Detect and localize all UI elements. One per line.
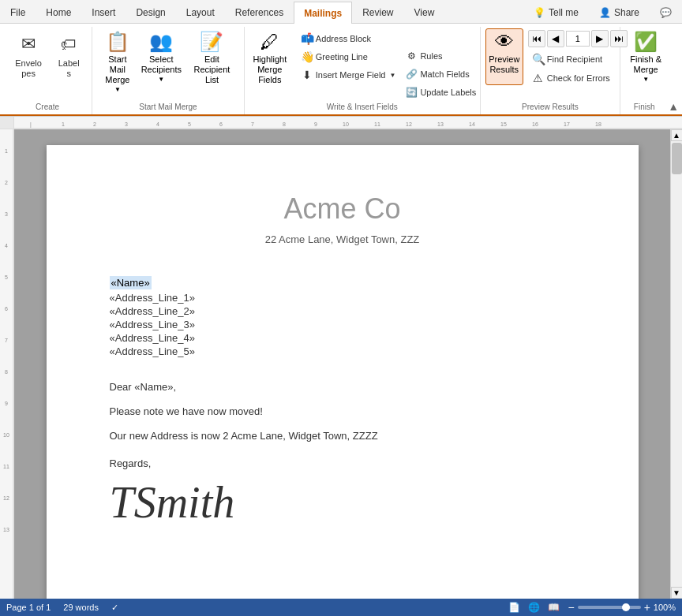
view-mode-read[interactable]: 📖 (548, 602, 560, 613)
edit-recipient-list-icon: 📝 (200, 31, 223, 53)
scroll-up-button[interactable]: ▲ (671, 129, 683, 141)
tab-insert[interactable]: Insert (81, 1, 126, 23)
start-mail-merge-dropdown-icon: ▼ (114, 86, 121, 93)
svg-text:8: 8 (5, 369, 8, 375)
edit-recipient-list-label: EditRecipient List (189, 54, 235, 86)
preview-results-button[interactable]: 👁 PreviewResults (485, 28, 523, 85)
zoom-out-button[interactable]: − (568, 601, 574, 614)
comment-button[interactable]: 💬 (650, 1, 682, 23)
greeting-line-button[interactable]: 👋 Greeting Line (297, 48, 400, 65)
zoom-in-button[interactable]: + (644, 601, 650, 614)
svg-text:9: 9 (5, 401, 8, 406)
document-page: Acme Co 22 Acme Lane, Widget Town, ZZZ «… (47, 145, 639, 599)
tab-mailings[interactable]: Mailings (294, 2, 352, 24)
edit-recipient-list-button[interactable]: 📝 EditRecipient List (185, 28, 239, 85)
address-line-2: «Address_Line_2» (110, 305, 575, 317)
match-fields-label: Match Fields (420, 69, 469, 79)
envelopes-button[interactable]: ✉ Envelopes (8, 28, 49, 85)
rules-label: Rules (420, 51, 442, 61)
share-icon: 👤 (599, 7, 611, 18)
svg-text:2: 2 (93, 121, 96, 127)
select-recipients-button[interactable]: 👥 SelectRecipients ▼ (140, 28, 184, 85)
svg-text:|: | (30, 121, 32, 128)
start-mail-merge-button[interactable]: 📋 Start MailMerge ▼ (97, 28, 137, 85)
check-errors-button[interactable]: ⚠ Check for Errors (528, 69, 628, 87)
zoom-slider[interactable] (578, 606, 641, 609)
tab-file[interactable]: File (0, 1, 36, 23)
svg-text:18: 18 (595, 121, 601, 127)
body-paragraph-2: Our new Address is now 2 Acme Lane, Widg… (110, 430, 575, 442)
lightbulb-icon: 💡 (534, 7, 545, 18)
envelopes-label: Envelopes (13, 58, 43, 79)
tab-view[interactable]: View (404, 1, 445, 23)
finish-merge-label: Finish &Merge (630, 54, 661, 75)
address-line-1: «Address_Line_1» (110, 292, 575, 304)
svg-text:7: 7 (5, 338, 8, 343)
find-recipient-button[interactable]: 🔍 Find Recipient (528, 50, 628, 68)
ribbon-group-start-mail-merge: 📋 Start MailMerge ▼ 👥 SelectRecipients ▼… (92, 27, 245, 114)
scroll-down-button[interactable]: ▼ (671, 587, 683, 599)
highlight-merge-fields-button[interactable]: 🖊 HighlightMerge Fields (249, 28, 290, 85)
zoom-thumb[interactable] (622, 603, 630, 611)
labels-button[interactable]: 🏷 Labels (51, 28, 87, 85)
finish-merge-button[interactable]: ✅ Finish &Merge ▼ (625, 28, 666, 85)
nav-record-input[interactable] (566, 31, 590, 47)
ribbon-group-create: ✉ Envelopes 🏷 Labels Create (3, 27, 92, 114)
labels-icon: 🏷 (56, 32, 81, 57)
address-block-button[interactable]: 📫 Address Block (297, 30, 400, 47)
scroll-thumb[interactable] (672, 143, 682, 174)
match-fields-button[interactable]: 🔗 Match Fields (401, 65, 480, 83)
preview-results-group-label: Preview Results (485, 101, 615, 113)
svg-text:9: 9 (314, 121, 317, 127)
rules-button[interactable]: ⚙ Rules (401, 47, 480, 65)
tab-references[interactable]: References (225, 1, 294, 23)
create-group-label: Create (8, 101, 87, 113)
select-recipients-label: SelectRecipients (141, 54, 182, 75)
labels-label: Labels (56, 58, 81, 79)
ribbon-group-finish: ✅ Finish &Merge ▼ Finish (620, 27, 668, 114)
merge-field-name[interactable]: «Name» (110, 276, 152, 289)
start-mail-merge-icon: 📋 (106, 31, 129, 53)
tab-review[interactable]: Review (352, 1, 403, 23)
svg-text:4: 4 (5, 243, 8, 248)
svg-text:12: 12 (406, 121, 412, 127)
tab-tell-me[interactable]: 💡 Tell me (523, 1, 589, 23)
check-errors-label: Check for Errors (547, 73, 610, 83)
svg-text:6: 6 (5, 306, 8, 312)
svg-text:3: 3 (125, 121, 128, 127)
nav-first-button[interactable]: ⏮ (528, 30, 545, 47)
insert-merge-field-dropdown: ▼ (389, 72, 395, 79)
word-count: 29 words (63, 603, 99, 612)
match-fields-icon: 🔗 (405, 69, 418, 80)
ribbon-group-preview-results: 👁 PreviewResults ⏮ ◀ ▶ ⏭ 🔍 Find Recipien… (481, 27, 620, 114)
nav-next-button[interactable]: ▶ (591, 30, 609, 47)
update-labels-icon: 🔄 (405, 87, 418, 98)
svg-text:12: 12 (3, 495, 9, 501)
greeting-line-label: Greeting Line (316, 52, 368, 62)
svg-text:13: 13 (437, 121, 444, 127)
tab-home[interactable]: Home (36, 1, 81, 23)
svg-text:5: 5 (188, 121, 191, 127)
zoom-level[interactable]: 100% (654, 603, 676, 612)
view-mode-print[interactable]: 📄 (508, 602, 520, 613)
write-insert-group-label: Write & Insert Fields (249, 101, 475, 113)
insert-merge-field-button[interactable]: ⬇ Insert Merge Field ▼ (297, 66, 400, 84)
spelling-icon[interactable]: ✓ (111, 603, 118, 613)
finish-merge-dropdown-icon: ▼ (643, 76, 649, 83)
svg-text:4: 4 (156, 121, 159, 127)
envelope-icon: ✉ (16, 32, 41, 57)
tab-share[interactable]: 👤 Share (589, 1, 650, 23)
tab-design[interactable]: Design (126, 1, 175, 23)
view-mode-web[interactable]: 🌐 (528, 602, 540, 613)
horizontal-ruler: | 1 2 3 4 5 6 7 8 9 10 11 12 13 14 15 16… (0, 117, 682, 129)
closing: Regards, (110, 457, 575, 469)
ribbon-collapse-button[interactable]: ▲ (668, 100, 679, 113)
find-recipient-icon: 🔍 (532, 53, 545, 65)
svg-text:14: 14 (469, 121, 475, 127)
svg-text:13: 13 (3, 527, 9, 532)
svg-text:11: 11 (3, 464, 9, 469)
nav-prev-button[interactable]: ◀ (547, 30, 564, 47)
insert-merge-field-label: Insert Merge Field (316, 70, 386, 80)
tab-layout[interactable]: Layout (176, 1, 225, 23)
update-labels-button[interactable]: 🔄 Update Labels (401, 84, 480, 101)
